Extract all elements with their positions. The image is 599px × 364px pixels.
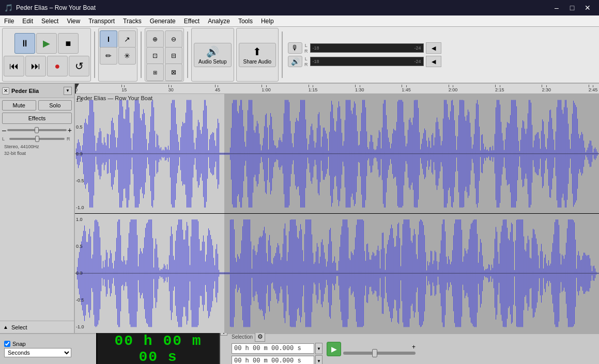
track-panel: ✕ Peder Elia ▼ Mute Solo Effects – + L bbox=[0, 84, 75, 333]
skip-end-button[interactable]: ⏭ bbox=[25, 56, 46, 76]
collapse-button[interactable]: ▲ bbox=[2, 324, 9, 331]
tools-grid: I ↗ ✏ ✳ bbox=[100, 30, 136, 79]
zoom-group: ⊕ ⊖ ⊡ ⊟ ⊞ ⊠ bbox=[145, 28, 184, 82]
time-display-wrapper: 00 h 00 m 00 s ▼ bbox=[96, 330, 227, 364]
stop-button[interactable]: ■ bbox=[58, 33, 79, 54]
maximize-button[interactable]: □ bbox=[565, 3, 579, 13]
rec-l-label: L bbox=[305, 43, 308, 48]
envelope-tool[interactable]: ↗ bbox=[118, 30, 136, 48]
play-meter-bar: -18 -24 bbox=[310, 57, 424, 66]
draw-tool[interactable]: ✏ bbox=[100, 47, 117, 65]
pause-button[interactable]: ⏸ bbox=[14, 33, 35, 54]
toolbar-sep2 bbox=[141, 31, 142, 78]
menu-view[interactable]: View bbox=[63, 15, 84, 27]
play-scale-18: -18 bbox=[313, 59, 319, 64]
menu-generate[interactable]: Generate bbox=[146, 15, 180, 27]
play-scale-24: -24 bbox=[414, 59, 421, 64]
timeline-ruler[interactable]: 01530451:001:151:301:452:002:152:302:45 bbox=[75, 84, 599, 94]
close-button[interactable]: ✕ bbox=[580, 3, 595, 13]
waveform-canvas bbox=[75, 94, 599, 333]
sel-time1-dropdown[interactable]: ▼ bbox=[315, 343, 322, 354]
audio-setup-label: Audio Setup bbox=[198, 59, 227, 65]
transport-row2: ⏮ ⏭ ● ↺ bbox=[4, 56, 89, 76]
track-content[interactable]: Peder Elias — Row Your Boat bbox=[75, 94, 599, 333]
snap-checkbox[interactable] bbox=[4, 341, 10, 347]
menu-select[interactable]: Select bbox=[37, 15, 63, 27]
track-info: Stereo, 44100Hz 32-bit float bbox=[2, 144, 72, 156]
snap-row: Snap bbox=[4, 341, 92, 347]
track-info-line2: 32-bit float bbox=[4, 150, 70, 157]
play-meter-slider[interactable]: ◀ bbox=[426, 56, 441, 67]
gain-plus-label: + bbox=[68, 126, 72, 134]
toolbar-sep4 bbox=[282, 31, 283, 78]
play-r-label: R bbox=[304, 62, 308, 67]
selection-label: Selection bbox=[232, 334, 253, 340]
selection-tool[interactable]: I bbox=[100, 30, 117, 48]
mini-play-button[interactable]: ▶ bbox=[327, 342, 341, 356]
share-audio-icon: ⬆ bbox=[253, 45, 262, 58]
sel-time2-dropdown[interactable]: ▼ bbox=[315, 355, 322, 364]
snap-select[interactable]: Seconds Beats Bars bbox=[4, 348, 71, 357]
multi-tool[interactable]: ✳ bbox=[118, 47, 136, 65]
gain-thumb[interactable] bbox=[35, 127, 39, 133]
titlebar: 🎵 Peder Elias – Row Your Boat – □ ✕ bbox=[0, 0, 599, 15]
mini-transport: ▶ + bbox=[327, 342, 416, 356]
share-audio-group: ⬆ Share Audio bbox=[236, 28, 279, 82]
share-audio-label: Share Audio bbox=[243, 59, 272, 65]
sel-settings-button[interactable]: ⚙ bbox=[255, 331, 265, 342]
audio-setup-group: 🔊 Audio Setup bbox=[191, 28, 234, 82]
fit-zoom-button[interactable]: ⊞ bbox=[146, 64, 164, 81]
ruler-tick: 1:30 bbox=[355, 87, 364, 92]
minimize-button[interactable]: – bbox=[549, 3, 564, 13]
fit-project-button[interactable]: ⊡ bbox=[146, 47, 164, 65]
ruler-tick: 2:30 bbox=[542, 87, 551, 92]
sel-time2[interactable]: 00 h 00 m 00.000 s bbox=[232, 356, 314, 364]
menubar: File Edit Select View Transport Tracks G… bbox=[0, 15, 599, 27]
record-button[interactable]: ● bbox=[47, 56, 68, 76]
zoom-out-button[interactable]: ⊖ bbox=[165, 30, 182, 48]
time-display: 00 h 00 m 00 s bbox=[96, 330, 220, 364]
toolbar-sep3 bbox=[187, 31, 188, 78]
zoom-in-button[interactable]: ⊕ bbox=[146, 30, 164, 48]
menu-tracks[interactable]: Tracks bbox=[119, 15, 146, 27]
rec-meter-bar: -18 -24 bbox=[310, 43, 424, 53]
track-close-button[interactable]: ✕ bbox=[2, 87, 9, 94]
pan-slider[interactable] bbox=[9, 138, 65, 140]
audio-setup-button[interactable]: 🔊 Audio Setup bbox=[194, 43, 232, 67]
share-audio-button[interactable]: ⬆ Share Audio bbox=[239, 43, 277, 67]
zoom-sel-button[interactable]: ⊟ bbox=[165, 47, 182, 65]
play-button[interactable]: ▶ bbox=[36, 33, 57, 54]
loop-button[interactable]: ↺ bbox=[69, 56, 89, 76]
solo-button[interactable]: Solo bbox=[38, 100, 72, 110]
rec-meter-button[interactable]: 🎙 bbox=[288, 42, 302, 54]
menu-effect[interactable]: Effect bbox=[180, 15, 204, 27]
pan-l-label: L bbox=[2, 136, 7, 141]
menu-transport[interactable]: Transport bbox=[84, 15, 119, 27]
menu-analyze[interactable]: Analyze bbox=[204, 15, 234, 27]
gain-slider[interactable] bbox=[7, 129, 67, 131]
menu-file[interactable]: File bbox=[0, 15, 18, 27]
menu-edit[interactable]: Edit bbox=[18, 15, 37, 27]
main-area: ✕ Peder Elia ▼ Mute Solo Effects – + L bbox=[0, 84, 599, 333]
track-dropdown[interactable]: ▼ bbox=[64, 87, 72, 95]
effects-button[interactable]: Effects bbox=[2, 113, 72, 124]
ruler-tick: 2:00 bbox=[449, 87, 458, 92]
skip-start-button[interactable]: ⏮ bbox=[4, 56, 24, 76]
speed-thumb[interactable] bbox=[372, 349, 377, 357]
menu-help[interactable]: Help bbox=[257, 15, 278, 27]
toolbar: ⏸ ▶ ■ ⏮ ⏭ ● ↺ I ↗ ✏ ✳ ⊕ ⊖ ⊡ ⊟ ⊞ ⊠ bbox=[0, 27, 599, 84]
ruler-tick: 30 bbox=[168, 87, 174, 92]
pan-thumb[interactable] bbox=[35, 136, 39, 142]
sel-time1[interactable]: 00 h 00 m 00.000 s bbox=[232, 343, 314, 354]
mute-button[interactable]: Mute bbox=[2, 100, 36, 110]
ruler-content: 01530451:001:151:301:452:002:152:302:45 bbox=[75, 84, 599, 93]
rec-meter-slider[interactable]: ◀ bbox=[426, 42, 441, 54]
menu-tools[interactable]: Tools bbox=[234, 15, 257, 27]
ruler-tick: 15 bbox=[121, 87, 127, 92]
select-row: ▲ Select bbox=[0, 321, 74, 333]
speed-track[interactable] bbox=[343, 352, 416, 355]
zoom-toggle-button[interactable]: ⊠ bbox=[165, 64, 182, 81]
play-lr: L R bbox=[304, 56, 308, 67]
ruler-tick: 2:45 bbox=[589, 87, 598, 92]
play-meter-button[interactable]: 🔊 bbox=[288, 56, 302, 67]
